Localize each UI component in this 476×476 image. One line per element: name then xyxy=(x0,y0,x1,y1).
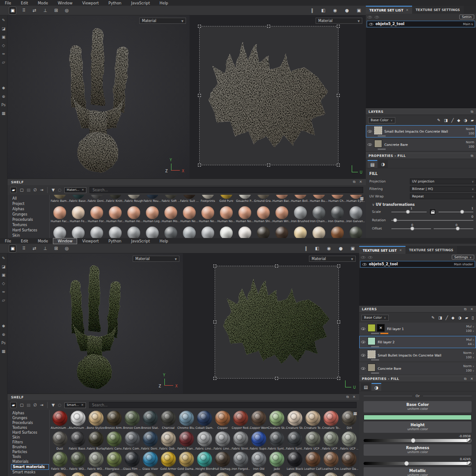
shelf-material[interactable]: Copper Red... xyxy=(232,410,250,431)
shelf-material[interactable]: Iron Chain... xyxy=(309,205,328,226)
filter-funnel-icon[interactable]: ▼ xyxy=(52,403,55,407)
transform-handle[interactable] xyxy=(198,94,201,97)
transform-handle[interactable] xyxy=(337,264,340,268)
shelf-material[interactable]: Leather Da... xyxy=(340,451,358,472)
paint-brush-tool-icon[interactable]: ✎ xyxy=(2,18,5,22)
offset-slider-x[interactable]: 0 xyxy=(391,228,431,229)
tab-texture-set-settings[interactable]: TEXTURE SET SETTINGS xyxy=(412,6,464,14)
shelf-category[interactable]: Skin xyxy=(11,233,49,238)
shelf-category[interactable]: Materials xyxy=(11,459,49,464)
shelf-material[interactable]: Gouache P... xyxy=(235,195,254,205)
shelf-material[interactable]: Fabric Supe... xyxy=(250,431,268,451)
shelf-material[interactable]: Glass Visor xyxy=(141,451,159,472)
shader-sphere-icon[interactable]: ◉ xyxy=(326,245,332,252)
rotation-slider[interactable]: 0 xyxy=(391,220,473,221)
menu-item[interactable]: Mode xyxy=(33,0,53,6)
shelf-material[interactable] xyxy=(177,472,195,476)
channel-slider[interactable] xyxy=(364,462,471,465)
layer-visibility-eye-icon[interactable] xyxy=(368,143,372,146)
float-panel-icon[interactable]: ⧉ xyxy=(471,110,473,114)
photoshop-plugin-icon[interactable]: Ps xyxy=(1,103,6,107)
shelf-material[interactable]: Fabric WO... xyxy=(87,451,105,472)
shelf-material[interactable]: Leather Cre... xyxy=(322,451,340,472)
transform-handle[interactable] xyxy=(337,164,340,167)
shelf-material[interactable]: Fabric Dob... xyxy=(159,431,177,451)
filter-tag[interactable]: Materi...✕ xyxy=(64,187,86,193)
live-filter-icon[interactable]: ○ xyxy=(58,403,61,407)
shelf-material[interactable] xyxy=(141,472,159,476)
shelf-material[interactable]: Human Mo... xyxy=(162,205,180,226)
menu-item[interactable]: Viewport xyxy=(77,238,104,244)
shelf-material[interactable]: Chrome Blu... xyxy=(177,410,195,431)
shelf-material[interactable] xyxy=(291,226,309,238)
transform-handle[interactable] xyxy=(213,264,216,268)
transform-handle[interactable] xyxy=(198,164,201,167)
shelf-material[interactable]: Human For... xyxy=(106,205,125,226)
viewport-3d[interactable]: Material▼ Y Z X xyxy=(7,253,183,394)
menu-item[interactable]: File xyxy=(0,0,16,6)
menu-item[interactable]: Python xyxy=(104,238,126,244)
shelf-category[interactable]: Textures xyxy=(11,425,49,430)
layer-row[interactable]: ✕ Small Bullet Impacts On Concrete Wall … xyxy=(359,349,476,361)
shelf-material[interactable] xyxy=(304,472,322,476)
shelf-material[interactable]: Ground Gra... xyxy=(254,195,272,205)
shelf-material[interactable]: Aluminium ... xyxy=(69,410,87,431)
show-all-eye-icon[interactable] xyxy=(361,256,365,259)
shelf-material[interactable]: Human Ne... xyxy=(199,205,217,226)
transform-handle[interactable] xyxy=(337,320,340,324)
smudge-tool-icon[interactable]: ≈ xyxy=(2,52,5,56)
export-icon[interactable]: ⊕ xyxy=(2,94,5,99)
shelf-material[interactable]: Fabric Burlap xyxy=(87,431,105,451)
shelf-category[interactable]: Project xyxy=(11,201,49,206)
grayscale-toggle-icon[interactable] xyxy=(467,438,472,443)
shelf-material[interactable]: Charcoal xyxy=(159,410,177,431)
shelf-material[interactable]: Iron Forged... xyxy=(232,451,250,472)
shelf-category[interactable]: Procedurals xyxy=(11,420,49,425)
float-panel-icon[interactable]: ⧉ xyxy=(464,307,467,312)
shelf-material[interactable] xyxy=(254,226,272,238)
menu-item[interactable]: Window xyxy=(53,238,78,244)
shelf-material[interactable]: Human He... xyxy=(125,205,143,226)
close-icon[interactable]: ✕ xyxy=(470,307,473,312)
material-dropdown[interactable]: Material▼ xyxy=(133,256,179,262)
shelf-material[interactable]: Human Ne... xyxy=(180,205,199,226)
shelf-material[interactable]: Creature Te... xyxy=(304,410,322,431)
shelf-material[interactable]: Iron Brushed xyxy=(291,205,309,226)
shelf-material[interactable] xyxy=(217,226,235,238)
shelf-material[interactable]: Human Leg... xyxy=(143,205,162,226)
channel-button[interactable]: Height uniform color xyxy=(364,421,472,433)
layer-visibility-eye-icon[interactable] xyxy=(361,341,365,343)
paste-icon[interactable]: ▤ xyxy=(26,403,30,407)
shelf-material[interactable] xyxy=(69,472,87,476)
add-frame-icon[interactable]: ⊞ xyxy=(53,245,59,252)
shelf-material[interactable]: Fabric Base... xyxy=(69,431,87,451)
shelf-material[interactable]: Bronze Arm... xyxy=(105,410,123,431)
shelf-material[interactable] xyxy=(159,472,177,476)
scale-slider-x[interactable]: 1 xyxy=(391,212,427,212)
shelf-category[interactable]: Filters xyxy=(11,440,49,445)
shelf-material[interactable]: Bronze Stat... xyxy=(141,410,159,431)
add-frame-icon[interactable]: ⊞ xyxy=(53,7,59,14)
layer-row[interactable]: ✕ Fill layer 2 Mul ∨ 44 ∨ xyxy=(359,336,476,348)
display-mode-icon[interactable]: ◧ xyxy=(320,7,327,14)
shelf-material[interactable] xyxy=(106,226,125,238)
shelf-material[interactable]: Fabric Deni... xyxy=(141,431,159,451)
viewport-2d-uv[interactable]: Material▼ U xyxy=(183,253,359,394)
shelf-material[interactable] xyxy=(199,226,217,238)
smart-material-icon[interactable]: ◑ xyxy=(458,316,461,320)
color-swatch[interactable] xyxy=(364,415,472,420)
transform-handle[interactable] xyxy=(198,25,201,28)
layer-thumbnail[interactable] xyxy=(368,350,376,358)
shelf-category[interactable]: Brushes xyxy=(11,445,49,450)
snapshot-camera-icon[interactable]: ▣ xyxy=(350,245,356,252)
shelf-material[interactable] xyxy=(272,226,291,238)
shelf-material[interactable]: Fabric Bam... xyxy=(51,195,69,205)
shelf-material[interactable] xyxy=(328,226,346,238)
search-input[interactable] xyxy=(89,187,363,193)
shelf-material[interactable]: Fabric WO... xyxy=(69,451,87,472)
live-filter-icon[interactable]: ○ xyxy=(58,188,61,192)
float-panel-icon[interactable]: ⧉ xyxy=(471,154,473,158)
shelf-material[interactable]: Human No... xyxy=(235,205,254,226)
shelf-material[interactable]: Leather Calf... xyxy=(304,451,322,472)
shelf-material[interactable]: Fabric Synt... xyxy=(286,431,304,451)
